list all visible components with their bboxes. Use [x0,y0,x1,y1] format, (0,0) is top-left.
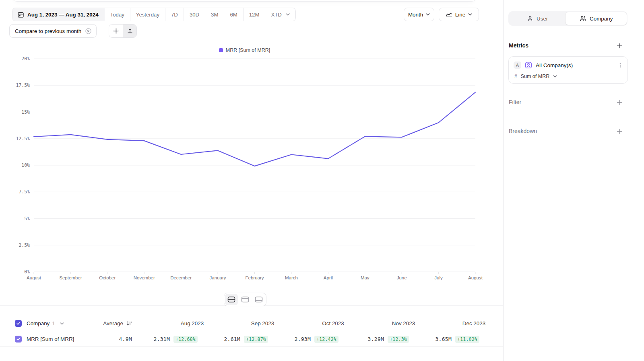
y-tick-0%: 0% [24,269,30,275]
split-view-button[interactable] [225,294,238,305]
plus-icon [616,99,623,106]
config-sidebar: User Company Metrics A [503,0,644,361]
x-label-june: June [397,275,407,280]
series-checkbox[interactable] [15,336,22,343]
sort-icon[interactable] [126,320,132,326]
chart-type-label: Line [455,12,465,18]
plus-icon [616,128,623,135]
line-chart-icon [446,11,452,18]
filter-heading: Filter [509,99,521,105]
x-label-may: May [361,275,369,280]
add-metric-button[interactable] [615,42,623,50]
table-row[interactable]: MRR [Sum of MRR] 4.9M 2.31M+12.68%2.61M+… [0,331,503,347]
month-column-headers: Aug 2023Sep 2023Oct 2023Nov 2023Dec 2023 [157,316,503,331]
metric-card[interactable]: A All Company(s) # Sum of MRR [508,56,628,84]
chart-panel: Aug 1, 2023 — Aug 31, 2024 TodayYesterda… [0,0,503,361]
growth-badge: +12.42% [314,336,339,343]
mrr-series-line[interactable] [34,92,475,166]
chart-legend: MRR [Sum of MRR] [0,47,489,53]
cell-value: 3.29M [368,336,384,342]
chevron-down-icon [468,13,472,16]
value-cell-aug-2023[interactable]: 2.31M+12.68% [157,331,227,347]
aggregation-selector[interactable]: # Sum of MRR [514,74,557,79]
remove-compare-icon[interactable] [85,28,92,35]
toggle-company[interactable]: Company [566,12,627,25]
toggle-company-label: Company [590,16,613,22]
y-tick-7.5%: 7.5% [19,189,30,195]
preset-xtd-dropdown[interactable]: XTD [265,8,295,21]
x-label-july: July [434,275,443,280]
company-contact-icon [525,62,532,69]
x-label-february: February [245,275,264,280]
compare-chip[interactable]: Compare to previous month [9,24,97,38]
table-only-view-button[interactable] [252,294,265,305]
chevron-down-icon [426,13,430,16]
gridlines-toggle-button[interactable] [109,25,123,37]
scrolled-card-edge [11,0,477,2]
layout-switcher [224,293,266,306]
row-border [0,347,503,347]
granularity-dropdown[interactable]: Month [404,8,434,21]
x-label-august: August [468,275,483,280]
legend-label: MRR [Sum of MRR] [226,47,270,53]
users-icon [580,15,586,22]
legend-swatch [219,48,223,52]
column-header-dec-2023[interactable]: Dec 2023 [439,316,503,331]
y-tick-15%: 15% [21,109,30,115]
mrr-line-chart[interactable]: 0%2.5%5%7.5%10%12.5%15%17.5%20%AugustSep… [0,56,489,283]
growth-badge: +11.02% [455,336,479,343]
date-range-button[interactable]: Aug 1, 2023 — Aug 31, 2024 [12,8,105,21]
arrow-up-from-line-icon [127,28,133,34]
y-tick-5%: 5% [24,216,30,222]
chart-only-view-button[interactable] [239,294,252,305]
column-header-sep-2023[interactable]: Sep 2023 [227,316,298,331]
preset-3m[interactable]: 3M [205,8,224,21]
growth-badge: +12.3% [388,336,409,343]
annotations-toggle-button[interactable] [123,25,136,37]
check-icon [16,337,21,341]
preset-12m[interactable]: 12M [243,8,265,21]
chevron-down-icon [286,13,290,16]
y-tick-2.5%: 2.5% [19,242,30,248]
average-label: Average [103,320,123,326]
analytics-report-page: Aug 1, 2023 — Aug 31, 2024 TodayYesterda… [0,0,644,361]
preset-yesterday[interactable]: Yesterday [130,8,165,21]
value-cell-oct-2023[interactable]: 2.93M+12.42% [298,331,368,347]
add-filter-button[interactable] [615,98,623,107]
add-breakdown-button[interactable] [615,127,623,135]
check-icon [16,321,21,326]
value-cell-nov-2023[interactable]: 3.29M+12.3% [368,331,439,347]
granularity-label: Month [408,12,423,18]
metric-letter-badge: A [514,62,521,69]
chart-type-dropdown[interactable]: Line [439,8,479,21]
toggle-user-label: User [537,16,548,22]
select-all-checkbox[interactable] [15,320,22,327]
x-label-april: April [324,275,333,280]
calendar-icon [17,11,24,18]
x-label-december: December [170,275,192,280]
x-label-november: November [134,275,155,280]
average-column-header[interactable]: Average [60,316,132,331]
month-value-cells: 2.31M+12.68%2.61M+12.87%2.93M+12.42%3.29… [157,331,503,347]
column-header-oct-2023[interactable]: Oct 2023 [298,316,368,331]
toggle-user[interactable]: User [509,12,566,25]
preset-6m[interactable]: 6M [224,8,243,21]
x-label-october: October [99,275,116,280]
table-header-row: Company 1 Average Aug 2023Sep 2023Oct 20… [0,316,503,331]
date-range-toolbar: Aug 1, 2023 — Aug 31, 2024 TodayYesterda… [12,8,296,21]
column-header-nov-2023[interactable]: Nov 2023 [368,316,439,331]
preset-7d[interactable]: 7D [165,8,184,21]
value-cell-sep-2023[interactable]: 2.61M+12.87% [227,331,298,347]
value-cell-dec-2023[interactable]: 3.65M+11.02% [439,331,503,347]
chevron-down-icon [553,75,557,78]
cell-value: 3.65M [435,336,452,342]
column-header-aug-2023[interactable]: Aug 2023 [157,316,227,331]
preset-buttons: TodayYesterday7D30D3M6M12M [105,8,265,21]
kebab-menu-icon[interactable] [617,62,623,68]
preset-30d[interactable]: 30D [184,8,205,21]
y-tick-20%: 20% [21,56,30,62]
cell-value: 2.93M [294,336,311,342]
row-group-label[interactable]: Company [27,320,50,326]
x-label-january: January [210,275,226,280]
preset-today[interactable]: Today [105,8,130,21]
